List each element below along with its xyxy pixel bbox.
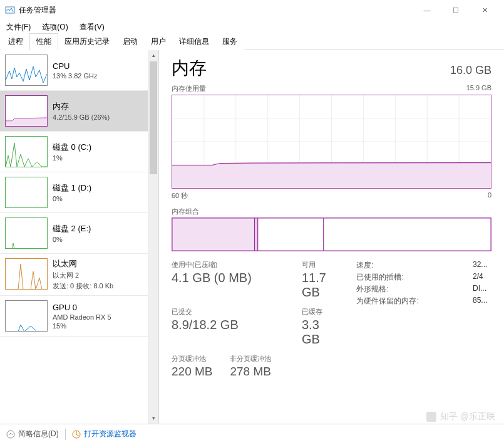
tab-users[interactable]: 用户 bbox=[144, 33, 173, 50]
detail-total: 16.0 GB bbox=[450, 64, 491, 77]
hwreserved-val: 85... bbox=[473, 296, 491, 306]
fewer-details-link[interactable]: 简略信息(D) bbox=[6, 429, 59, 439]
sidebar-item-disk2[interactable]: 磁盘 2 (E:) 0% bbox=[0, 213, 148, 254]
sidebar-item-ethernet[interactable]: 以太网 以太网 2 发送: 0 接收: 8.0 Kb bbox=[0, 254, 148, 296]
slots-key: 已使用的插槽: bbox=[356, 272, 473, 283]
thumb-memory bbox=[5, 95, 48, 127]
usage-max: 15.9 GB bbox=[466, 84, 491, 93]
inuse-value: 4.1 GB (0 MB) bbox=[172, 271, 284, 285]
cached-label: 已缓存 bbox=[302, 307, 336, 317]
tab-app-history[interactable]: 应用历史记录 bbox=[58, 33, 116, 50]
scroll-thumb[interactable] bbox=[150, 61, 157, 174]
form-val: DI... bbox=[473, 284, 491, 295]
sidebar-item-cpu[interactable]: CPU 13% 3.82 GHz bbox=[0, 50, 148, 91]
detail-title: 内存 bbox=[172, 56, 207, 80]
resource-monitor-link[interactable]: 打开资源监视器 bbox=[72, 429, 136, 439]
sidebar-sub: 0% bbox=[53, 236, 143, 243]
sidebar-label: 以太网 bbox=[53, 258, 143, 270]
window-title: 任务管理器 bbox=[19, 5, 56, 16]
scrollbar[interactable]: ▴ ▾ bbox=[148, 50, 158, 424]
tab-startup[interactable]: 启动 bbox=[116, 33, 145, 50]
sidebar-item-gpu[interactable]: GPU 0 AMD Radeon RX 5 15% bbox=[0, 296, 148, 337]
speed-key: 速度: bbox=[356, 260, 473, 271]
sidebar-sub2: 15% bbox=[53, 322, 143, 330]
menu-options[interactable]: 选项(O) bbox=[39, 21, 70, 34]
usage-label: 内存使用量 bbox=[172, 84, 206, 93]
nonpaged-value: 278 MB bbox=[230, 365, 271, 379]
thumb-disk0 bbox=[5, 136, 48, 167]
sidebar: CPU 13% 3.82 GHz 内存 4.2/15.9 GB (26%) bbox=[0, 50, 159, 424]
scroll-up-icon[interactable]: ▴ bbox=[148, 50, 158, 61]
maximize-button[interactable]: ☐ bbox=[441, 0, 470, 20]
scroll-down-icon[interactable]: ▾ bbox=[148, 413, 158, 424]
menubar: 文件(F) 选项(O) 查看(V) bbox=[0, 20, 504, 34]
svg-point-20 bbox=[7, 431, 14, 438]
svg-marker-1 bbox=[6, 118, 48, 127]
tab-services[interactable]: 服务 bbox=[215, 33, 244, 50]
close-button[interactable]: ✕ bbox=[470, 0, 499, 20]
inuse-label: 使用中(已压缩) bbox=[172, 260, 284, 270]
thumb-disk1 bbox=[5, 177, 48, 208]
memory-composition-graph bbox=[172, 217, 491, 251]
menu-file[interactable]: 文件(F) bbox=[4, 21, 33, 34]
sidebar-item-disk0[interactable]: 磁盘 0 (C:) 1% bbox=[0, 132, 148, 172]
cached-value: 3.3 GB bbox=[302, 318, 336, 347]
sidebar-label: 磁盘 0 (C:) bbox=[53, 142, 143, 153]
thumb-disk2 bbox=[5, 217, 48, 249]
svg-rect-18 bbox=[258, 218, 324, 251]
thumb-ethernet bbox=[5, 258, 48, 290]
thumb-cpu bbox=[5, 55, 48, 86]
sidebar-sub: 0% bbox=[53, 195, 143, 202]
speed-val: 32... bbox=[473, 260, 491, 271]
sidebar-sub: AMD Radeon RX 5 bbox=[53, 313, 143, 321]
sidebar-label: GPU 0 bbox=[53, 303, 143, 312]
sidebar-item-memory[interactable]: 内存 4.2/15.9 GB (26%) bbox=[0, 91, 148, 132]
detail-pane: 内存 16.0 GB 内存使用量 15.9 GB 60 秒 0 内存组合 bbox=[159, 50, 504, 424]
tabbar: 进程 性能 应用历史记录 启动 用户 详细信息 服务 bbox=[0, 34, 504, 50]
svg-marker-15 bbox=[172, 163, 491, 188]
sidebar-sub: 13% 3.82 GHz bbox=[53, 72, 143, 80]
avail-value: 11.7 GB bbox=[302, 271, 336, 300]
minimize-button[interactable]: — bbox=[413, 0, 441, 20]
thumb-gpu bbox=[5, 300, 48, 332]
sidebar-item-disk1[interactable]: 磁盘 1 (D:) 0% bbox=[0, 172, 148, 213]
monitor-icon bbox=[72, 430, 81, 439]
sidebar-label: CPU bbox=[53, 61, 143, 71]
sidebar-label: 磁盘 2 (E:) bbox=[53, 223, 143, 234]
sidebar-sub: 以太网 2 bbox=[53, 271, 143, 280]
committed-value: 8.9/18.2 GB bbox=[172, 318, 284, 332]
sidebar-sub: 1% bbox=[53, 154, 143, 162]
paged-label: 分页缓冲池 bbox=[172, 354, 212, 364]
sidebar-sub2: 发送: 0 接收: 8.0 Kb bbox=[53, 281, 143, 291]
sidebar-sub: 4.2/15.9 GB (26%) bbox=[53, 113, 143, 121]
sidebar-label: 内存 bbox=[53, 101, 143, 112]
svg-rect-17 bbox=[254, 218, 257, 251]
composition-label: 内存组合 bbox=[172, 207, 199, 216]
tab-details[interactable]: 详细信息 bbox=[172, 33, 216, 50]
chevron-up-icon bbox=[6, 430, 15, 439]
paged-value: 220 MB bbox=[172, 365, 212, 379]
svg-rect-19 bbox=[324, 218, 491, 251]
avail-label: 可用 bbox=[302, 260, 336, 270]
app-icon bbox=[5, 5, 15, 15]
axis-right: 0 bbox=[488, 191, 491, 201]
form-key: 外形规格: bbox=[356, 284, 473, 295]
axis-left: 60 秒 bbox=[172, 191, 188, 201]
hwreserved-key: 为硬件保留的内存: bbox=[356, 296, 473, 306]
slots-val: 2/4 bbox=[473, 272, 491, 283]
tab-performance[interactable]: 性能 bbox=[29, 33, 58, 50]
sidebar-label: 磁盘 1 (D:) bbox=[53, 182, 143, 194]
nonpaged-label: 非分页缓冲池 bbox=[230, 354, 271, 364]
committed-label: 已提交 bbox=[172, 307, 284, 317]
divider bbox=[65, 429, 66, 440]
titlebar: 任务管理器 — ☐ ✕ bbox=[0, 0, 504, 20]
tab-processes[interactable]: 进程 bbox=[1, 33, 30, 50]
menu-view[interactable]: 查看(V) bbox=[77, 21, 107, 34]
memory-usage-graph bbox=[172, 95, 491, 189]
statusbar: 简略信息(D) 打开资源监视器 bbox=[0, 424, 504, 444]
svg-rect-16 bbox=[172, 218, 254, 251]
